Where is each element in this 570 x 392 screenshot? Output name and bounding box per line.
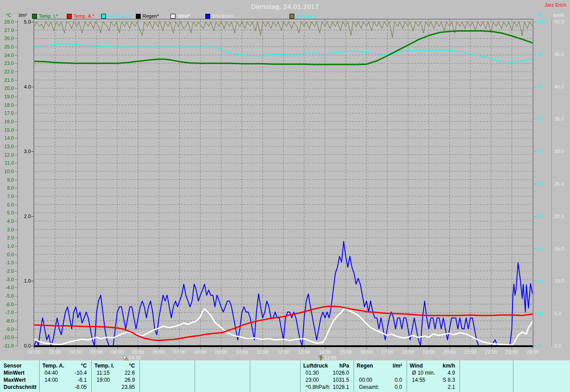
- temp-tick-label: 21.0: [0, 77, 14, 83]
- wind-tick-label: 25.0: [554, 181, 564, 186]
- humidity-tick-label: 60: [537, 149, 542, 154]
- wind-tick: [549, 281, 551, 281]
- humidity-minor-tick: [533, 93, 535, 93]
- x-tick-label: 22:00: [481, 349, 501, 355]
- temp-tick: [15, 246, 17, 247]
- humidity-tick-label: 50: [537, 181, 542, 186]
- humidity-tick: [533, 54, 536, 55]
- table-cell-value: 26.9: [91, 376, 135, 384]
- table-cell-value: 23.85: [91, 384, 135, 391]
- x-tick-label: 09:00: [211, 349, 232, 355]
- temp-tick: [15, 321, 17, 321]
- temp-tick-label: 11.0: [0, 160, 14, 166]
- wind-tick-label: 50.0: [554, 19, 564, 24]
- x-tick-label: 01:00: [45, 349, 65, 355]
- temp-tick-label: -5.0: [0, 293, 14, 299]
- temp-tick-label: 15.0: [0, 127, 14, 133]
- temp-tick: [15, 255, 17, 255]
- rain-tick: [31, 216, 34, 217]
- table-col-unit: hPa: [300, 362, 349, 369]
- table-cell-value: 2.1: [407, 384, 455, 391]
- table-cell-value: -6.1: [39, 376, 87, 384]
- humidity-minor-tick: [533, 113, 535, 113]
- table-col-unit: °C: [39, 362, 87, 369]
- table-col-unit: °C: [91, 362, 135, 369]
- hour-tick: [76, 347, 76, 349]
- hour-tick: [366, 347, 367, 349]
- temp-tick-label: 10.0: [0, 169, 14, 174]
- humidity-minor-tick: [533, 158, 535, 158]
- temp-tick-label: 28.0: [0, 19, 14, 24]
- temp-tick: [15, 47, 17, 47]
- table-cell-value: 0.0: [354, 376, 402, 384]
- humidity-tick-label: 30: [537, 246, 542, 251]
- legend-swatch-6: [289, 14, 294, 19]
- temp-tick: [15, 180, 17, 180]
- temp-tick-label: 5.0: [0, 210, 14, 215]
- table-column-separator: [250, 360, 250, 392]
- x-tick-label: 11:00: [252, 349, 273, 355]
- humidity-tick-label: 10: [537, 311, 542, 316]
- humidity-minor-tick: [533, 268, 535, 268]
- table-cell-value: 22.6: [91, 369, 135, 376]
- humidity-tick-label: 70: [537, 116, 542, 121]
- wind-tick-label: 5.0: [554, 311, 561, 316]
- humidity-minor-tick: [533, 145, 535, 145]
- wind-tick-label: 35.0: [554, 116, 564, 121]
- weather-chart: [34, 20, 533, 346]
- humidity-axis-title: %: [537, 12, 542, 18]
- table-column-separator: [513, 360, 513, 392]
- wind-tick: [549, 119, 551, 119]
- humidity-minor-tick: [533, 197, 535, 197]
- humidity-tick-label: 20: [537, 278, 542, 283]
- humidity-tick: [533, 151, 536, 152]
- legend-label-1: Temp. A.*: [73, 13, 94, 19]
- temp-tick-label: -3.0: [0, 277, 14, 282]
- weather-app-window: Dienstag, 24.01.2017 Jarz Erich °C l/m² …: [0, 0, 570, 392]
- temp-tick-label: -8.0: [0, 318, 14, 323]
- humidity-minor-tick: [533, 106, 535, 106]
- table-column-separator: [139, 360, 140, 392]
- temp-tick: [15, 72, 17, 72]
- temp-tick-label: 13.0: [0, 144, 14, 149]
- hour-tick: [429, 347, 429, 349]
- humidity-minor-tick: [533, 132, 535, 133]
- rain-axis-title: l/m²: [19, 12, 27, 18]
- humidity-tick-label: 100: [537, 19, 545, 24]
- hour-tick: [491, 347, 492, 349]
- humidity-tick: [533, 119, 536, 119]
- x-tick-label: 10:00: [232, 349, 252, 355]
- temp-tick-label: 8.0: [0, 185, 14, 190]
- event-marker-time: 04:30: [129, 355, 141, 360]
- x-tick-label: 20:00: [440, 349, 460, 355]
- x-tick-label: 05:00: [128, 349, 148, 355]
- x-tick-label: 18:00: [398, 349, 418, 355]
- humidity-minor-tick: [533, 275, 535, 275]
- temp-tick: [15, 196, 17, 197]
- temp-tick: [15, 279, 17, 280]
- temp-tick-label: 14.0: [0, 135, 14, 141]
- rain-tick: [31, 281, 34, 281]
- temp-tick: [15, 30, 17, 31]
- temp-tick: [15, 171, 17, 172]
- temp-tick-label: -10.0: [0, 335, 14, 340]
- wind-tick: [549, 216, 551, 217]
- temp-tick-label: 20.0: [0, 85, 14, 91]
- table-cell-value: 1031.5: [300, 376, 349, 384]
- humidity-minor-tick: [533, 222, 535, 223]
- table-cell-value: 1028.1: [300, 384, 349, 391]
- temp-tick-label: -6.0: [0, 302, 14, 307]
- humidity-minor-tick: [533, 333, 535, 333]
- table-cell-value: 0.0: [354, 384, 402, 391]
- humidity-minor-tick: [533, 138, 535, 139]
- humidity-minor-tick: [533, 255, 535, 255]
- temp-tick-label: 24.0: [0, 53, 14, 58]
- wind-tick: [549, 313, 551, 314]
- humidity-tick-label: 80: [537, 84, 542, 89]
- rain-tick: [31, 151, 34, 152]
- humidity-minor-tick: [533, 210, 535, 210]
- temp-tick: [15, 38, 17, 39]
- temp-tick-label: 4.0: [0, 218, 14, 224]
- temp-tick: [15, 213, 17, 213]
- temp-tick-label: 16.0: [0, 119, 14, 124]
